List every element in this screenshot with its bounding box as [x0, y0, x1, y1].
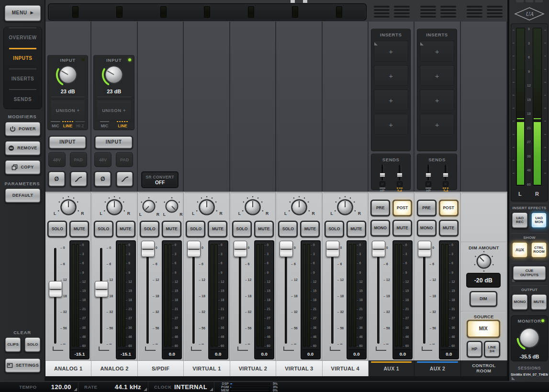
post-button[interactable]: POST: [392, 200, 412, 216]
send-fader-34[interactable]: 3-4: [441, 165, 450, 192]
copy-button[interactable]: COPY: [4, 159, 41, 175]
channel-name-analog-1[interactable]: ANALOG 1: [45, 360, 91, 376]
source-mix-button[interactable]: MIX: [467, 320, 500, 338]
fader-thumb[interactable]: [326, 241, 339, 257]
uad-rec-button[interactable]: UAD REC: [511, 212, 528, 229]
uad-mon-button[interactable]: UAD MON: [530, 212, 548, 229]
insert-slot-add[interactable]: +: [374, 41, 408, 62]
fader-thumb[interactable]: [187, 241, 201, 257]
mono-button[interactable]: MONO: [417, 220, 437, 236]
clear-solo-button[interactable]: SOLO: [24, 336, 41, 353]
channel-name-analog-2[interactable]: ANALOG 2: [91, 360, 137, 376]
mute-button[interactable]: MUTE: [208, 221, 227, 237]
nav-overview[interactable]: OVERVIEW: [4, 27, 42, 48]
mode-line[interactable]: LINE: [118, 121, 127, 128]
phantom-48v-button[interactable]: 48V: [94, 152, 112, 167]
fader-track[interactable]: [146, 248, 149, 344]
insert-slot-add[interactable]: +: [420, 65, 454, 86]
send-fader-34[interactable]: 3-4: [395, 165, 404, 192]
filter-button[interactable]: [116, 171, 134, 187]
show-aux-button[interactable]: AUX: [511, 241, 528, 258]
input-gain-knob[interactable]: [55, 62, 81, 88]
dim-button[interactable]: DIM: [470, 291, 497, 307]
pan-knob-left[interactable]: [139, 197, 158, 216]
insert-slot-add[interactable]: +: [420, 114, 454, 135]
fader-thumb[interactable]: [234, 241, 247, 257]
menu-button[interactable]: MENU ▶: [4, 4, 42, 22]
solo-button[interactable]: SOLO: [140, 221, 159, 237]
mute-button[interactable]: MUTE: [162, 221, 181, 237]
rate-value[interactable]: 44.1 kHz: [115, 383, 141, 391]
send-fader-hp[interactable]: HP: [378, 165, 387, 192]
settings-button[interactable]: SETTINGS: [4, 358, 41, 373]
pan-knob[interactable]: [56, 195, 80, 219]
unison-slot[interactable]: UNISON +: [96, 100, 131, 121]
rate-block[interactable]: RATE 44.1 kHz: [78, 382, 148, 392]
insert-slot-add[interactable]: +: [420, 41, 454, 62]
tempo-value[interactable]: 120.00: [51, 383, 71, 391]
phantom-48v-button[interactable]: 48V: [48, 152, 66, 167]
source-line34-button[interactable]: LINE 3/4: [484, 341, 500, 358]
fader-thumb[interactable]: [280, 241, 293, 257]
fader-track[interactable]: [192, 248, 195, 344]
fader-track[interactable]: [331, 248, 334, 344]
pre-button[interactable]: PRE: [417, 200, 437, 216]
source-hp-button[interactable]: HP: [467, 341, 482, 358]
channel-name-spdif[interactable]: S/PDIF: [138, 360, 184, 376]
default-button[interactable]: DEFAULT: [4, 188, 41, 203]
dim-amount-knob[interactable]: [473, 250, 495, 272]
insert-slot-add[interactable]: +: [374, 65, 408, 86]
mute-button[interactable]: MUTE: [347, 221, 366, 237]
mode-hiz[interactable]: HI Z: [76, 121, 84, 128]
fader-thumb[interactable]: [95, 281, 108, 297]
pan-knob[interactable]: [102, 195, 126, 219]
mono-button[interactable]: MONO: [370, 220, 390, 236]
sr-convert-button[interactable]: SR CONVERT OFF: [141, 171, 179, 188]
overview-meter-strip[interactable]: [48, 3, 367, 21]
solo-button[interactable]: SOLO: [232, 221, 252, 237]
channel-name-virtual-4[interactable]: VIRTUAL 4: [323, 360, 369, 376]
solo-button[interactable]: SOLO: [186, 221, 205, 237]
pan-knob[interactable]: [241, 195, 265, 219]
channel-name-aux-1[interactable]: AUX 1: [369, 360, 415, 376]
mute-button[interactable]: MUTE: [300, 221, 320, 237]
tempo-block[interactable]: TEMPO 120.00: [13, 382, 78, 392]
mode-line[interactable]: LINE: [63, 121, 72, 128]
pan-knob[interactable]: [195, 195, 219, 219]
mode-mic[interactable]: MIC: [101, 121, 109, 128]
show-ctrl-room-button[interactable]: CTRL ROOM: [530, 241, 548, 258]
fader-thumb[interactable]: [418, 241, 431, 257]
output-mono-button[interactable]: MONO: [511, 293, 528, 311]
input-select-button[interactable]: INPUT: [48, 135, 87, 149]
send-thumb[interactable]: [397, 173, 403, 177]
cue-outputs-button[interactable]: CUE OUTPUTS: [512, 265, 547, 281]
insert-slot-add[interactable]: +: [420, 90, 454, 111]
nav-inserts[interactable]: INSERTS: [4, 68, 42, 89]
mute-button[interactable]: MUTE: [116, 221, 135, 237]
channel-name-virtual-3[interactable]: VIRTUAL 3: [276, 360, 322, 376]
fader-track[interactable]: [239, 248, 241, 344]
solo-button[interactable]: SOLO: [325, 221, 344, 237]
nav-sends[interactable]: SENDS: [4, 89, 42, 109]
send-fader-hp[interactable]: HP: [424, 165, 433, 192]
solo-button[interactable]: SOLO: [278, 221, 298, 237]
mute-button[interactable]: MUTE: [439, 220, 459, 236]
mute-button[interactable]: MUTE: [254, 221, 274, 237]
solo-button[interactable]: SOLO: [47, 221, 67, 237]
send-thumb[interactable]: [443, 173, 448, 177]
insert-slot-add[interactable]: +: [374, 114, 408, 135]
send-thumb[interactable]: [426, 173, 431, 177]
channel-name-virtual-1[interactable]: VIRTUAL 1: [184, 360, 230, 376]
pre-button[interactable]: PRE: [370, 200, 390, 216]
mute-button[interactable]: MUTE: [69, 221, 89, 237]
power-button[interactable]: POWER: [4, 121, 41, 137]
fader-track[interactable]: [285, 248, 287, 344]
mute-button[interactable]: MUTE: [392, 220, 412, 236]
output-mute-button[interactable]: MUTE: [530, 293, 548, 311]
fader-track[interactable]: [423, 248, 426, 344]
filter-button[interactable]: [70, 171, 88, 187]
remove-button[interactable]: REMOVE: [4, 140, 41, 156]
fader-thumb[interactable]: [49, 281, 62, 297]
send-thumb[interactable]: [380, 173, 385, 177]
pan-knob[interactable]: [287, 195, 311, 219]
